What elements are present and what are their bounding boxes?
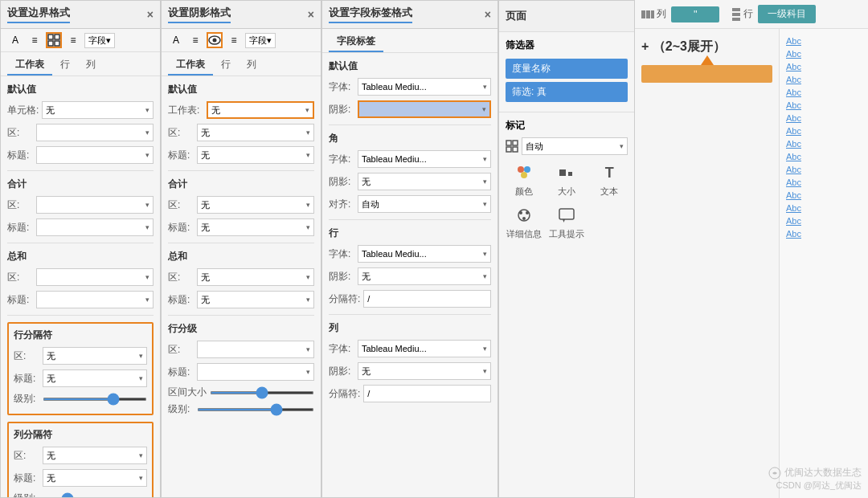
abc-label[interactable]: Abc	[786, 62, 810, 71]
panel3-angle-shadow-label: 阴影:	[329, 175, 354, 189]
panel2-area-select[interactable]: 无 ▾	[197, 124, 314, 141]
panel1-total-area-select[interactable]: ▾	[36, 196, 154, 214]
panel2-rowlevel-level-slider[interactable]	[197, 408, 314, 411]
panel1-total-title-select[interactable]: ▾	[36, 218, 154, 236]
panel1-rowsep-title: 行分隔符	[14, 329, 147, 342]
panel2-field-dropdown[interactable]: 字段▾	[245, 33, 276, 48]
panel1-total-area-row: 区: ▾	[7, 196, 154, 214]
abc-row: Abc	[786, 100, 862, 111]
panel1-tab-row[interactable]: 行	[52, 55, 78, 76]
abc-label[interactable]: Abc	[786, 75, 810, 84]
panel3-angle-align-select[interactable]: 自动 ▾	[358, 195, 491, 213]
panel1-close[interactable]: ×	[147, 8, 154, 21]
panel2-total-area-select[interactable]: 无 ▾	[197, 196, 314, 214]
abc-label[interactable]: Abc	[786, 165, 810, 174]
panel3-tab-fieldlabel[interactable]: 字段标签	[329, 32, 383, 52]
panel1-cell-row: 单元格: 无 ▾	[7, 101, 154, 119]
abc-label[interactable]: Abc	[786, 152, 810, 161]
marks-text[interactable]: T 文本	[592, 161, 628, 198]
panel3-angle-shadow-select[interactable]: 无 ▾	[358, 173, 491, 190]
abc-label[interactable]: Abc	[786, 229, 810, 239]
panel3-angle-shadow-row: 阴影: 无 ▾	[329, 173, 491, 190]
toolbar2-icon-eye[interactable]	[207, 32, 223, 48]
panel1-grand-title-select[interactable]: ▾	[36, 291, 154, 308]
toolbar2-icon-a[interactable]: A	[168, 32, 184, 48]
panel2-grand-title-select[interactable]: 无 ▾	[197, 291, 314, 308]
panel3-col-shadow-select[interactable]: 无 ▾	[358, 362, 491, 380]
abc-label[interactable]: Abc	[786, 113, 810, 123]
panel3-close[interactable]: ×	[485, 8, 491, 21]
panel2-tab-row[interactable]: 行	[213, 55, 239, 76]
toolbar1-icon-lines[interactable]: ≡	[27, 32, 43, 48]
panel3-shadow-select[interactable]: ▾	[358, 100, 491, 118]
panel1-grand-title-label: 标题:	[7, 293, 33, 307]
marks-color[interactable]: 颜色	[506, 161, 542, 198]
panel1-colsep-slider[interactable]	[43, 497, 147, 498]
abc-label[interactable]: Abc	[786, 139, 810, 149]
abc-label[interactable]: Abc	[786, 178, 810, 187]
panel3-row-font-select[interactable]: Tableau Mediu... ▾	[358, 245, 491, 263]
panel2-worksheet-select[interactable]: 无 ▾	[207, 101, 314, 119]
panel2-total-title-label: 标题:	[168, 221, 194, 235]
abc-label[interactable]: Abc	[786, 36, 810, 46]
panel3-row-sep-input[interactable]: /	[363, 290, 491, 308]
filter-btn-measure-name[interactable]: 度量名称	[506, 59, 628, 79]
toolbar2-icon-lines[interactable]: ≡	[187, 32, 203, 48]
marks-auto-select[interactable]: 自动 ▾	[522, 137, 628, 155]
panel3-row-shadow-select[interactable]: 无 ▾	[358, 267, 491, 285]
panel3-col-sep-input[interactable]: /	[363, 385, 491, 402]
toolbar1-icon-list[interactable]: ≡	[65, 32, 81, 48]
panel2-grand-area-select[interactable]: 无 ▾	[197, 268, 314, 286]
panel3-row-font-label: 字体:	[329, 247, 354, 261]
panel2-rowlevel-size-slider[interactable]	[210, 391, 314, 394]
right-main-area: AbcAbcAbcAbcAbcAbcAbcAbcAbcAbcAbcAbcAbcA…	[780, 29, 868, 498]
rows-value-btn[interactable]: 一级科目	[758, 5, 816, 23]
panel1-rowsep-area-select[interactable]: 无 ▾	[43, 347, 147, 365]
panel1-rowsep-slider[interactable]	[43, 398, 147, 401]
panel1-area-select[interactable]: ▾	[36, 124, 154, 141]
abc-label[interactable]: Abc	[786, 203, 810, 213]
panel2-title-select[interactable]: 无 ▾	[197, 146, 314, 164]
marks-size[interactable]: 大小	[548, 161, 584, 198]
toolbar1-icon-grid[interactable]	[46, 32, 62, 48]
cols-value-btn[interactable]: ''	[671, 6, 719, 22]
marks-tooltip[interactable]: 工具提示	[548, 204, 584, 240]
filter-title: 筛选器	[506, 39, 628, 52]
panel2-tab-col[interactable]: 列	[239, 55, 264, 76]
panel1-cell-select[interactable]: 无 ▾	[42, 101, 154, 119]
panel3-angle-font-select[interactable]: Tableau Mediu... ▾	[358, 150, 491, 168]
abc-label[interactable]: Abc	[786, 216, 810, 226]
panel1-field-dropdown[interactable]: 字段▾	[84, 33, 115, 48]
panel1-tab-worksheet[interactable]: 工作表	[7, 55, 52, 76]
abc-label[interactable]: Abc	[786, 88, 810, 97]
watermark-line1: 优闽达大数据生态	[784, 466, 862, 480]
marks-detail[interactable]: 详细信息	[506, 204, 542, 240]
panel1-title-select[interactable]: ▾	[36, 146, 154, 164]
panel2-rowlevel-title-select[interactable]: ▾	[197, 363, 314, 381]
filter-btn-filter-true[interactable]: 筛选: 真	[506, 82, 628, 102]
abc-label[interactable]: Abc	[786, 190, 810, 200]
panel3-col-font-select[interactable]: Tableau Mediu... ▾	[358, 340, 491, 357]
panel2-tab-worksheet[interactable]: 工作表	[168, 55, 213, 76]
abc-label[interactable]: Abc	[786, 100, 810, 110]
panel1-colsep-title-select[interactable]: 无 ▾	[43, 469, 147, 487]
panel3-font-select[interactable]: Tableau Mediu... ▾	[358, 78, 491, 96]
panel1-colsep-area-select[interactable]: 无 ▾	[43, 447, 147, 464]
svg-rect-13	[559, 169, 566, 176]
panel1-area-row: 区: ▾	[7, 124, 154, 141]
panel1-rowsep-title-select[interactable]: 无 ▾	[43, 369, 147, 387]
panel1-colsep-title-row: 标题: 无 ▾	[14, 469, 147, 487]
panel2-total-title-select[interactable]: 无 ▾	[197, 218, 314, 236]
abc-label[interactable]: Abc	[786, 126, 810, 136]
panel1-grand-area-select[interactable]: ▾	[36, 268, 154, 286]
color-icon	[513, 161, 535, 184]
panel2-tabs: 工作表 行 列	[162, 52, 321, 76]
abc-label[interactable]: Abc	[786, 49, 810, 59]
panel1-colsep-title-label: 标题:	[14, 471, 39, 485]
panel2-close[interactable]: ×	[308, 8, 314, 21]
panel2-rowlevel-area-select[interactable]: ▾	[197, 341, 314, 358]
svg-point-16	[519, 211, 522, 214]
panel1-tab-col[interactable]: 列	[78, 55, 104, 76]
toolbar2-icon-list[interactable]: ≡	[226, 32, 242, 48]
toolbar1-icon-a[interactable]: A	[7, 32, 23, 48]
